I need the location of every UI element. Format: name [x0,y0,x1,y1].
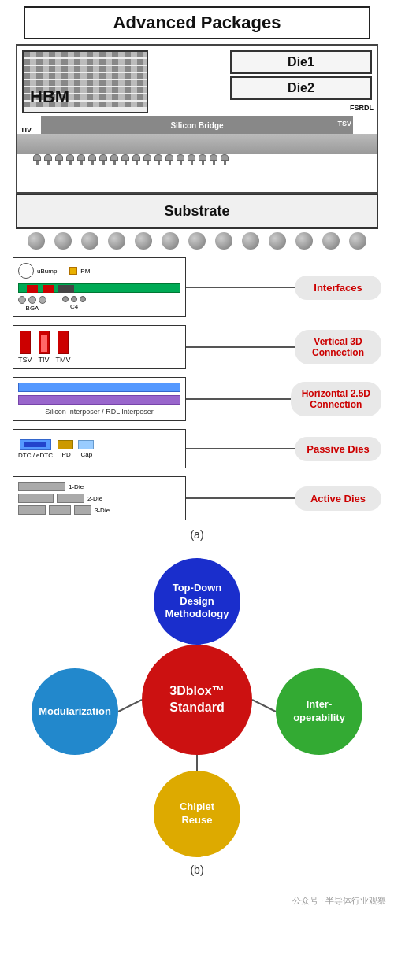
pkg-ball-8 [215,232,232,250]
bump-8 [110,154,118,165]
bump-10 [132,154,140,165]
stem-4 [69,161,72,165]
die-row-2: 2-Die [18,494,180,503]
tiv-inner [41,335,47,352]
tsv-label: TSV [337,120,351,128]
ball-10 [132,154,140,161]
die-chip-2a [18,494,54,503]
fsrdl-label: FSRDL [350,104,374,112]
fig-b-label: (b) [190,864,203,876]
label-passive: Passive Dies [295,437,381,461]
ball-15 [188,154,195,161]
ipd-group: IPD [58,440,73,458]
section-b: Top-DownDesignMethodology 3Dblox™Standar… [0,550,394,892]
ball-8 [110,154,118,161]
dies-visual: 1-Die 2-Die 3-Die [18,482,180,515]
interoperability-label: Inter-operability [288,693,350,730]
chiplet-reuse-label: ChipletReuse [175,796,219,832]
stem-6 [91,161,94,165]
bump-17 [210,154,217,165]
c4-ball-1 [62,296,69,302]
die-container: Die1 Die2 [230,50,372,100]
hbm-stripe-3 [24,66,147,72]
hbm-block: HBM [22,50,148,113]
ball-7 [99,154,107,161]
bridge-area: Silicon Bridge [41,116,353,134]
substrate-label: Substrate [164,203,229,219]
chip-strip [18,283,180,293]
ubump-label: uBump [37,268,57,275]
pm-label: PM [80,268,90,275]
label-vertical3d: Vertical 3D Connection [295,330,381,364]
pm-visual [69,267,77,275]
label-interfaces: Interfaces [295,276,381,300]
tiv-comp: TIV [39,331,50,364]
ball-5 [77,154,85,161]
die-chip-1a [18,482,65,491]
package-diagram: HBM Die1 Die2 FSRDL BSRDL TIV Silicon Br… [16,44,378,194]
pkg-ball-4 [108,232,125,250]
c4-ball-3 [80,296,86,302]
modularization-label: Modularization [34,701,116,723]
stem-16 [202,161,204,165]
die-chip-2b [57,494,84,503]
stem-13 [169,161,171,165]
3dblox-circle: 3Dblox™Standard [142,645,252,755]
bga-ball-3 [39,296,46,304]
icap-group: iCap [78,440,94,458]
legend-horizontal25d-visual: Silicon Interposer / RDL Interposer [13,377,186,421]
tiv-bar [39,331,50,354]
ball-17 [210,154,217,161]
page-title: Advanced Packages [113,13,281,32]
pkg-ball-13 [349,232,366,250]
bga-ball-1 [18,296,26,304]
tmv-comp-label: TMV [56,356,71,364]
bump-3 [55,154,63,165]
top-down-circle: Top-DownDesignMethodology [154,558,240,645]
pkg-ball-6 [162,232,179,250]
stem-7 [102,161,105,165]
c4-label: C4 [70,303,78,310]
line-active [186,497,295,499]
ball-16 [199,154,206,161]
die-2-label: 2-Die [87,495,102,502]
hbm-stripe-2 [24,59,147,65]
dtc-label: DTC / eDTC [18,452,53,459]
red-block-2 [43,285,54,293]
tiv-comp-label: TIV [39,356,50,364]
bga-c4-row: BGA C4 [18,296,180,312]
bump-7 [99,154,107,165]
line-passive [186,448,295,449]
pkg-ball-5 [135,232,152,250]
tmv-bar [58,331,69,354]
legend-row-interfaces: uBump PM [13,257,381,317]
tiv-label: TIV [20,126,32,134]
ball-14 [177,154,184,161]
legend-passive-visual: DTC / eDTC IPD iCap [13,429,186,468]
die1-block: Die1 [230,50,372,74]
passive-row: DTC / eDTC IPD iCap [18,439,180,459]
page-wrapper: Advanced Packages HBM Die1 Die2 FSRDL [0,6,394,913]
chiplet-reuse-circle: ChipletReuse [154,771,240,857]
bump-15 [188,154,195,165]
dtc-visual [20,439,51,450]
bga-ball-2 [28,296,36,304]
legend-row-horizontal25d: Silicon Interposer / RDL Interposer Hori… [13,377,381,421]
bump-9 [121,154,129,165]
die-3-label: 3-Die [95,507,110,514]
pkg-ball-10 [269,232,286,250]
stem-12 [158,161,160,165]
pkg-ball-2 [54,232,72,250]
tsv-comp: TSV [18,331,32,364]
ball-6 [88,154,96,161]
stem-1 [36,161,39,165]
ipd-label: IPD [60,451,70,458]
hbm-stripe-5 [24,80,147,86]
ball-4 [66,154,74,161]
bump-12 [154,154,162,165]
dark-block [58,285,74,293]
die-chip-3a [18,505,46,515]
gray-layer [17,134,377,154]
hbm-stripe-1 [24,52,147,57]
bump-1 [33,154,41,165]
